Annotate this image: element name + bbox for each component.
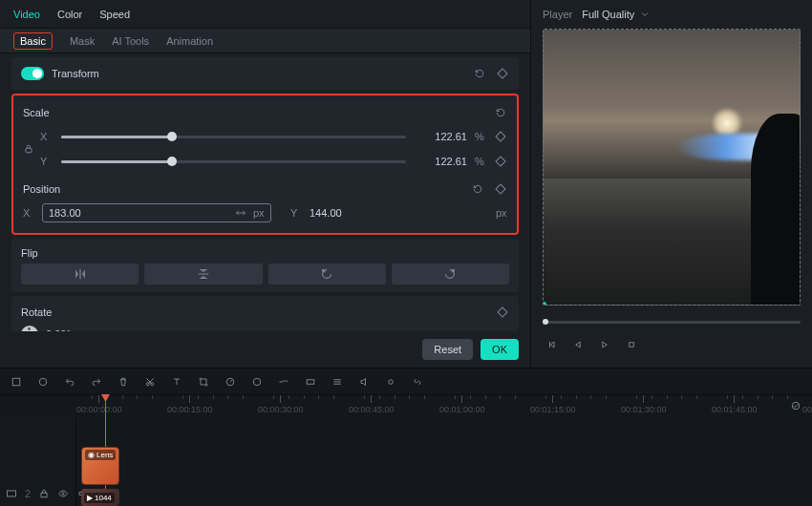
player-controls: [531, 332, 812, 357]
tl-undo-icon[interactable]: [63, 375, 76, 389]
svg-rect-12: [41, 493, 47, 497]
subtab-animation[interactable]: Animation: [166, 35, 213, 47]
rotate-section: Rotate 0.00°: [11, 296, 519, 331]
player-quality-value: Full Quality: [582, 9, 634, 20]
timeline: 00:00:00:0000:00:15:0000:00:30:0000:00:4…: [0, 368, 812, 506]
scale-reset-icon[interactable]: [494, 106, 507, 119]
clip-1044[interactable]: ▶1044: [81, 489, 119, 506]
track-lock-icon[interactable]: [38, 487, 50, 500]
tl-speed-icon[interactable]: [224, 375, 237, 389]
ruler-tick: 00:01:30:00: [621, 395, 667, 414]
player-scrubber[interactable]: [543, 321, 801, 324]
tab-color[interactable]: Color: [57, 9, 82, 20]
position-x-field[interactable]: 183.00 px: [42, 203, 271, 222]
ruler-tick: 00:01:15:00: [530, 395, 576, 414]
ruler-tick: 00:00:30:00: [258, 395, 304, 414]
scale-x-unit: %: [475, 131, 486, 142]
scale-y-slider[interactable]: [61, 160, 406, 163]
tl-redo-icon[interactable]: [90, 375, 103, 389]
svg-point-9: [389, 379, 394, 384]
ruler-tick: 00:01:45:00: [712, 395, 758, 414]
scale-x-label: X: [40, 131, 53, 142]
scale-x-value[interactable]: 122.61: [414, 131, 467, 142]
position-x-unit: px: [253, 207, 265, 219]
timeline-toolbar: [0, 369, 812, 395]
ruler-tick: 00:00:00:00: [76, 395, 122, 414]
track-visible-icon[interactable]: [57, 487, 69, 500]
tl-record-icon[interactable]: [384, 375, 397, 389]
transform-label: Transform: [52, 68, 99, 79]
timeline-settings-icon[interactable]: [789, 399, 802, 412]
clip-fx-icon: ◉: [88, 451, 95, 459]
ruler-tick: 00:02:00: [802, 395, 812, 414]
rotate-cw-button[interactable]: [392, 264, 509, 285]
tl-mark-icon[interactable]: [304, 375, 317, 389]
tl-lasso-icon[interactable]: [36, 375, 50, 389]
ok-button[interactable]: OK: [481, 339, 519, 360]
track-header: 2: [0, 418, 76, 506]
footer-buttons: Reset OK: [0, 331, 530, 368]
reset-button[interactable]: Reset: [422, 339, 473, 360]
rotate-ccw-button[interactable]: [268, 264, 386, 285]
timeline-ruler[interactable]: 00:00:00:0000:00:15:0000:00:30:0000:00:4…: [76, 395, 812, 418]
ruler-tick: 00:00:45:00: [349, 395, 395, 414]
tab-video[interactable]: Video: [13, 9, 40, 20]
tl-crop-icon[interactable]: [10, 375, 23, 389]
tl-color-icon[interactable]: [250, 375, 264, 389]
play-reverse-icon[interactable]: [571, 338, 585, 351]
position-y-value[interactable]: 144.00: [310, 207, 367, 219]
flip-horizontal-button[interactable]: [21, 264, 139, 285]
transform-keyframe[interactable]: [496, 67, 509, 80]
tl-track-icon[interactable]: [331, 375, 344, 389]
tl-key-icon[interactable]: [277, 375, 290, 389]
tl-text-icon[interactable]: [170, 375, 183, 389]
ruler-tick: 00:00:15:00: [167, 395, 213, 414]
prev-frame-icon[interactable]: [545, 338, 558, 351]
chevron-down-icon: [638, 8, 652, 21]
ruler-tick: 00:01:00:00: [439, 395, 485, 414]
subtab-ai[interactable]: AI Tools: [112, 35, 149, 47]
position-x-scrub-icon[interactable]: [234, 206, 247, 220]
tl-crop2-icon[interactable]: [197, 375, 210, 389]
clip-lens-label: Lens: [96, 451, 113, 459]
main-tabs: Video Color Speed: [0, 0, 530, 29]
timeline-tracks[interactable]: 2 ◉Lens ▶1044: [0, 418, 812, 506]
clip-1044-label: 1044: [95, 494, 112, 502]
scale-label: Scale: [23, 107, 50, 118]
scale-x-slider[interactable]: [61, 136, 406, 138]
flip-vertical-button[interactable]: [144, 264, 262, 285]
player-label: Player: [543, 9, 572, 20]
player-panel: Player Full Quality: [530, 0, 812, 368]
tl-cut-icon[interactable]: [143, 375, 157, 389]
position-y-unit: px: [496, 207, 507, 219]
transform-handle[interactable]: [543, 302, 546, 306]
clip-lens[interactable]: ◉Lens: [81, 447, 119, 485]
svg-rect-0: [26, 148, 32, 153]
scale-y-keyframe[interactable]: [494, 155, 507, 168]
rotate-dial[interactable]: [21, 326, 38, 331]
subtab-basic[interactable]: Basic: [13, 32, 53, 50]
transform-reset-icon[interactable]: [473, 67, 486, 80]
tab-speed[interactable]: Speed: [99, 9, 130, 20]
rotate-keyframe[interactable]: [496, 306, 509, 319]
player-quality-select[interactable]: Full Quality: [582, 8, 652, 21]
track-video-icon[interactable]: [6, 487, 17, 500]
scale-x-keyframe[interactable]: [494, 130, 507, 143]
svg-point-3: [39, 378, 47, 386]
transform-toggle[interactable]: [21, 67, 44, 80]
position-reset-icon[interactable]: [471, 182, 484, 196]
tl-link-icon[interactable]: [411, 375, 424, 389]
svg-rect-1: [630, 343, 634, 348]
scale-lock-icon[interactable]: [22, 142, 35, 156]
position-keyframe[interactable]: [494, 182, 507, 196]
scale-y-label: Y: [40, 156, 53, 167]
tl-delete-icon[interactable]: [117, 375, 130, 389]
tl-audio-icon[interactable]: [357, 375, 371, 389]
scale-y-value[interactable]: 122.61: [414, 156, 467, 167]
position-x-value: 183.00: [49, 207, 81, 219]
stop-icon[interactable]: [625, 338, 638, 351]
preview-canvas[interactable]: [543, 29, 801, 306]
subtab-mask[interactable]: Mask: [70, 35, 95, 47]
play-icon[interactable]: [598, 338, 611, 351]
svg-point-13: [62, 493, 64, 495]
